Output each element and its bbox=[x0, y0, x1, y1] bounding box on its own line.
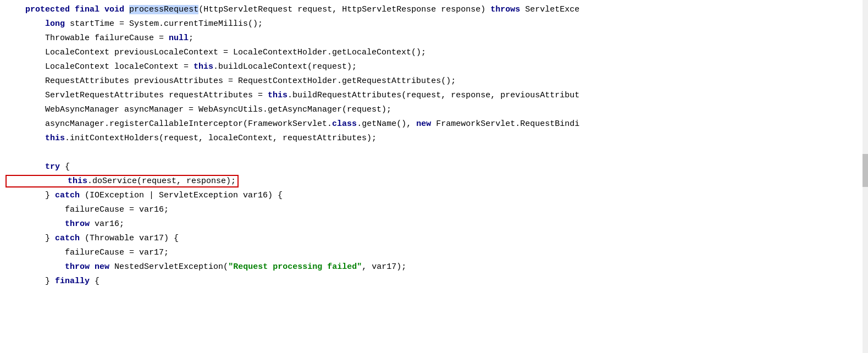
scrollbar-track[interactable] bbox=[863, 0, 868, 353]
code-line: RequestAttributes previousAttributes = R… bbox=[0, 75, 868, 89]
code-line: WebAsyncManager asyncManager = WebAsyncU… bbox=[0, 103, 868, 118]
code-viewer: protected final void processRequest(Http… bbox=[0, 0, 868, 353]
code-line bbox=[0, 146, 868, 161]
code-line: failureCause = var17; bbox=[0, 246, 868, 261]
code-line: try { bbox=[0, 161, 868, 175]
code-line: } finally { bbox=[0, 275, 868, 289]
code-line: ServletRequestAttributes requestAttribut… bbox=[0, 89, 868, 103]
code-line: } catch (Throwable var17) { bbox=[0, 232, 868, 246]
code-line: this.doService(request, response); bbox=[0, 175, 868, 189]
code-line: } catch (IOException | ServletException … bbox=[0, 189, 868, 203]
code-line: throw new NestedServletException("Reques… bbox=[0, 261, 868, 275]
code-line: this.initContextHolders(request, localeC… bbox=[0, 132, 868, 146]
code-line: protected final void processRequest(Http… bbox=[0, 3, 868, 18]
code-line: LocaleContext previousLocaleContext = Lo… bbox=[0, 46, 868, 60]
code-content: protected final void processRequest(Http… bbox=[0, 3, 868, 289]
code-line: long startTime = System.currentTimeMilli… bbox=[0, 18, 868, 32]
code-line: throw var16; bbox=[0, 218, 868, 232]
highlighted-statement: this.doService(request, response); bbox=[5, 175, 239, 187]
code-line: asyncManager.registerCallableInterceptor… bbox=[0, 118, 868, 132]
code-line: LocaleContext localeContext = this.build… bbox=[0, 60, 868, 75]
code-line: failureCause = var16; bbox=[0, 203, 868, 218]
scrollbar-thumb[interactable] bbox=[863, 154, 868, 187]
code-line: Throwable failureCause = null; bbox=[0, 32, 868, 46]
